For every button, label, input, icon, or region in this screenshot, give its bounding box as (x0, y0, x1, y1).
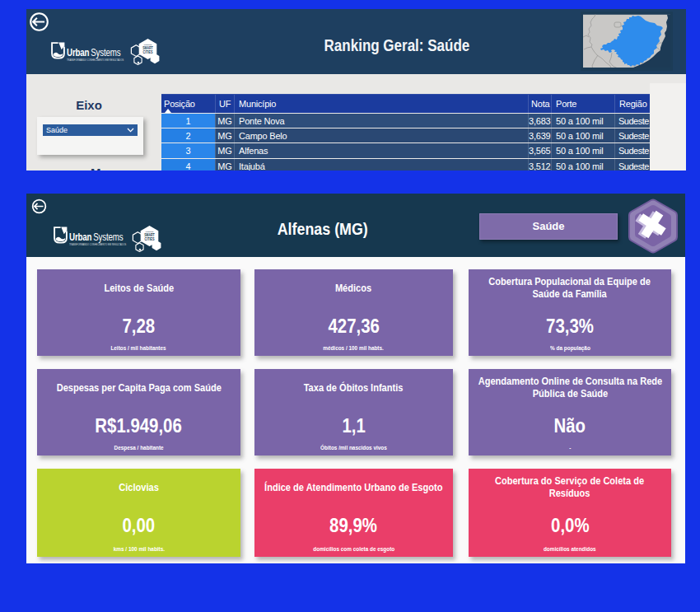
svg-text:CONNECTED: CONNECTED (145, 231, 153, 232)
svg-text:CITIES: CITIES (143, 49, 154, 54)
svg-text:CONNECTED: CONNECTED (144, 44, 152, 45)
svg-text:CITIES: CITIES (144, 236, 155, 241)
